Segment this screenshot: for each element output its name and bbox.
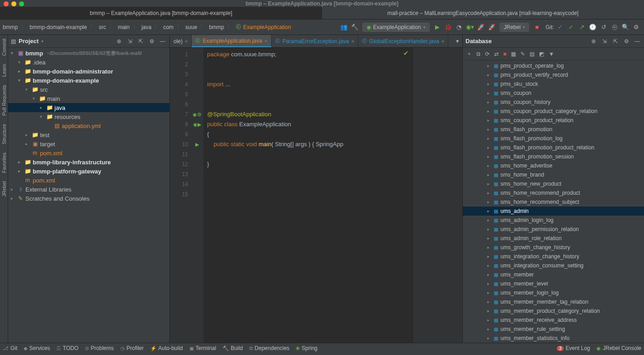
jrebel-debug-icon[interactable]: 🚀 xyxy=(487,22,497,32)
build-icon[interactable]: 🔨 xyxy=(350,22,360,32)
tree-item[interactable]: ▾📁resources xyxy=(8,112,169,121)
db-table-row[interactable]: ▸▦pms_sku_stock xyxy=(463,79,644,89)
db-add-icon[interactable]: ＋ xyxy=(466,50,472,58)
jrebel-selector[interactable]: JRebel▾ xyxy=(500,23,529,32)
event-log-button[interactable]: 3Event Log xyxy=(557,345,590,351)
close-window-icon[interactable] xyxy=(4,1,9,6)
db-table-row[interactable]: ▸▦ums_admin_permission_relation xyxy=(463,225,644,234)
git-push-icon[interactable]: ↗ xyxy=(577,22,587,32)
run-configuration-selector[interactable]: ◉ExampleApplication▾ xyxy=(362,23,430,32)
db-table-row[interactable]: ▸▦sms_home_new_product xyxy=(463,179,644,188)
tool-git[interactable]: ⎇Git xyxy=(3,345,17,351)
window-controls[interactable] xyxy=(4,1,24,6)
db-table-row[interactable]: ▸▦sms_home_brand xyxy=(463,170,644,179)
tool-services[interactable]: ◆Services xyxy=(24,345,50,351)
run-gutter-icon[interactable]: ◉⚙ xyxy=(191,109,203,119)
db-table-row[interactable]: ▸▦ums_member_statistics_info xyxy=(463,334,644,343)
db-table-row[interactable]: ▸▦sms_flash_promotion_product_relation xyxy=(463,143,644,152)
tool-dependencies[interactable]: ⧉Dependencies xyxy=(249,345,290,351)
db-filter-icon[interactable]: ▼ xyxy=(549,51,554,57)
expand-all-icon[interactable]: ⇲ xyxy=(126,38,134,44)
tool-tab-pull-requests[interactable]: Pull Requests xyxy=(1,85,7,116)
stop-button[interactable]: ■ xyxy=(532,22,542,32)
db-table-icon[interactable]: ▦ xyxy=(511,51,516,57)
tree-item[interactable]: mpom.xml xyxy=(8,148,169,158)
db-table-row[interactable]: ▸▦ums_member_rule_setting xyxy=(463,325,644,334)
code-with-me-icon[interactable]: 👥 xyxy=(339,22,349,32)
tool-autobuild[interactable]: ⚡Auto-build xyxy=(150,345,183,351)
tree-item[interactable]: ▸📁test xyxy=(8,130,169,139)
tree-item[interactable]: ▾📁main xyxy=(8,94,169,103)
minimize-window-icon[interactable] xyxy=(11,1,16,6)
panel-minimize-icon[interactable]: — xyxy=(159,38,167,44)
database-tree[interactable]: ▸▦pms_product_operate_log▸▦pms_product_v… xyxy=(463,60,644,343)
tool-tab-learn[interactable]: Learn xyxy=(1,64,7,77)
run-gutter-icon[interactable]: ◉▶ xyxy=(191,119,203,129)
tool-tab-structure[interactable]: Structure xyxy=(1,124,7,144)
tree-item[interactable]: ▾📁.idea xyxy=(8,58,169,67)
debug-button[interactable]: 🐞 xyxy=(443,22,453,32)
db-stop-icon[interactable]: ■ xyxy=(503,51,506,57)
db-diagram-icon[interactable]: ▤ xyxy=(530,51,535,57)
db-table-row[interactable]: ▸▦ums_member_level xyxy=(463,279,644,288)
tool-tab-jrebel[interactable]: JRebel xyxy=(1,181,7,197)
project-window-tab[interactable]: mall-practice – MallLearningEasycodeAppl… xyxy=(322,7,644,19)
editor-tab[interactable]: ⓒParamaErrorException.java× xyxy=(272,35,358,47)
collapse-all-icon[interactable]: ⇱ xyxy=(137,38,145,44)
breadcrumb[interactable]: bmmp〉 bmmp-domain-example〉 src〉 main〉 ja… xyxy=(3,23,291,31)
db-table-row[interactable]: ▸▦ums_growth_change_history xyxy=(463,243,644,252)
project-root[interactable]: ▾▣ bmmp ~/Documents/00SUSE/02竞赛/bank-mal… xyxy=(8,49,169,58)
db-table-row[interactable]: ▸▦sms_flash_promotion_session xyxy=(463,152,644,161)
editor-tab[interactable]: ⓒExampleApplication.java× xyxy=(192,35,271,47)
project-window-tab[interactable]: bmmp – ExampleApplication.java [bmmp-dom… xyxy=(0,7,322,19)
more-tabs-icon[interactable]: ▾ xyxy=(452,36,462,46)
run-gutter-icon[interactable]: ▶ xyxy=(191,139,203,149)
db-edit-icon[interactable]: ✎ xyxy=(520,51,525,57)
maximize-window-icon[interactable] xyxy=(19,1,24,6)
tree-item[interactable]: ▸📁bmmp-platform-gateway xyxy=(8,167,169,176)
run-button[interactable]: ▶ xyxy=(432,22,442,32)
db-sync-icon[interactable]: ⇄ xyxy=(494,51,499,57)
panel-settings-icon[interactable]: ⚙ xyxy=(622,38,630,44)
coverage-icon[interactable]: ◔ xyxy=(454,22,464,32)
db-table-row[interactable]: ▸▦sms_flash_promotion xyxy=(463,125,644,134)
db-table-row[interactable]: ▸▦ums_admin_login_log xyxy=(463,216,644,225)
project-view-dropdown[interactable]: ▾ xyxy=(41,39,44,44)
tool-todo[interactable]: ☲TODO xyxy=(56,345,78,351)
run-with-icon[interactable]: ◉▾ xyxy=(465,22,475,32)
git-commit-icon[interactable]: ✓ xyxy=(566,22,576,32)
db-table-row[interactable]: ▸▦ums_member xyxy=(463,270,644,279)
close-icon[interactable]: × xyxy=(264,38,267,44)
tool-tab-favorites[interactable]: Favorites xyxy=(1,153,7,173)
search-icon[interactable]: 🔍 xyxy=(620,22,630,32)
db-refresh-icon[interactable]: ⟳ xyxy=(485,51,490,57)
project-tree[interactable]: ▾▣ bmmp ~/Documents/00SUSE/02竞赛/bank-mal… xyxy=(8,48,169,343)
db-table-row[interactable]: ▸▦ums_member_receive_address xyxy=(463,316,644,325)
gutter-icons[interactable]: ◉⚙ ◉▶ ▶ xyxy=(191,48,203,343)
db-table-row[interactable]: ▸▦pms_product_operate_log xyxy=(463,61,644,70)
git-history-icon[interactable]: 🕘 xyxy=(588,22,598,32)
collapse-icon[interactable]: ⇱ xyxy=(611,38,619,44)
editor-tab[interactable]: ole)× xyxy=(170,35,192,47)
db-copy-icon[interactable]: ⧉ xyxy=(476,51,481,57)
tree-item[interactable]: ▾📁bmmp-domain-example xyxy=(8,76,169,85)
close-icon[interactable]: × xyxy=(351,39,354,44)
db-table-row[interactable]: ▸▦sms_home_advertise xyxy=(463,161,644,170)
db-table-row[interactable]: ▸▦sms_coupon_product_relation xyxy=(463,116,644,125)
db-table-row[interactable]: ▸▦ums_admin_role_relation xyxy=(463,234,644,243)
db-table-row[interactable]: ▸▦ums_member_product_category_relation xyxy=(463,306,644,316)
tree-item[interactable]: ▸📁bmmp-library-infrastructure xyxy=(8,158,169,167)
git-rollback-icon[interactable]: ↺ xyxy=(599,22,609,32)
close-icon[interactable]: × xyxy=(441,39,444,44)
db-table-row[interactable]: ▸▦ums_member_login_log xyxy=(463,288,644,297)
tool-terminal[interactable]: ▣Terminal xyxy=(189,345,216,351)
panel-minimize-icon[interactable]: — xyxy=(633,38,641,44)
tool-profiler[interactable]: ◷Profiler xyxy=(120,345,144,351)
external-libraries[interactable]: ▸⫴ External Libraries xyxy=(8,185,169,194)
tool-problems[interactable]: ⊘Problems xyxy=(85,345,114,351)
db-table-row[interactable]: ▸▦ums_integration_change_history xyxy=(463,252,644,261)
minimap[interactable] xyxy=(412,48,462,343)
tree-item[interactable]: ▸📁bmmp-domain-administrator xyxy=(8,67,169,76)
tree-item[interactable]: ▸▣target xyxy=(8,139,169,148)
db-table-row[interactable]: ▸▦sms_flash_promotion_log xyxy=(463,134,644,143)
